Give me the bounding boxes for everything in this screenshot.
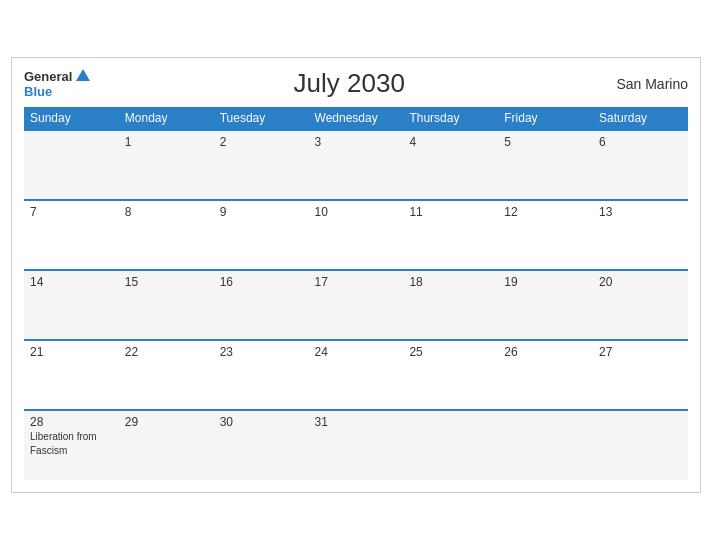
calendar-day-cell	[498, 410, 593, 480]
day-number: 23	[220, 345, 303, 359]
calendar-day-cell: 31	[309, 410, 404, 480]
header-monday: Monday	[119, 107, 214, 130]
header-friday: Friday	[498, 107, 593, 130]
calendar-container: General Blue July 2030 San Marino Sunday…	[11, 57, 701, 493]
calendar-week-row: 14151617181920	[24, 270, 688, 340]
day-number: 2	[220, 135, 303, 149]
calendar-day-cell: 26	[498, 340, 593, 410]
day-number: 6	[599, 135, 682, 149]
calendar-location: San Marino	[608, 76, 688, 92]
calendar-day-cell: 8	[119, 200, 214, 270]
day-number: 8	[125, 205, 208, 219]
day-number: 22	[125, 345, 208, 359]
header-tuesday: Tuesday	[214, 107, 309, 130]
calendar-day-cell: 7	[24, 200, 119, 270]
day-number: 5	[504, 135, 587, 149]
header-wednesday: Wednesday	[309, 107, 404, 130]
logo-blue-text: Blue	[24, 84, 52, 99]
header-saturday: Saturday	[593, 107, 688, 130]
day-number: 10	[315, 205, 398, 219]
day-number: 13	[599, 205, 682, 219]
calendar-day-cell: 10	[309, 200, 404, 270]
calendar-day-cell: 27	[593, 340, 688, 410]
calendar-week-row: 123456	[24, 130, 688, 200]
calendar-day-cell: 3	[309, 130, 404, 200]
day-number: 7	[30, 205, 113, 219]
calendar-day-cell: 9	[214, 200, 309, 270]
calendar-day-cell: 20	[593, 270, 688, 340]
day-event: Liberation from Fascism	[30, 431, 97, 456]
calendar-day-cell: 24	[309, 340, 404, 410]
calendar-week-row: 21222324252627	[24, 340, 688, 410]
calendar-day-cell: 13	[593, 200, 688, 270]
day-number: 12	[504, 205, 587, 219]
calendar-day-cell: 29	[119, 410, 214, 480]
day-number: 14	[30, 275, 113, 289]
day-number: 1	[125, 135, 208, 149]
day-number: 29	[125, 415, 208, 429]
calendar-day-cell	[593, 410, 688, 480]
calendar-day-cell: 30	[214, 410, 309, 480]
day-number: 18	[409, 275, 492, 289]
calendar-day-cell: 1	[119, 130, 214, 200]
calendar-day-cell: 16	[214, 270, 309, 340]
day-number: 30	[220, 415, 303, 429]
day-number: 19	[504, 275, 587, 289]
logo-triangle-icon	[76, 69, 90, 81]
calendar-day-cell: 17	[309, 270, 404, 340]
calendar-day-cell: 11	[403, 200, 498, 270]
calendar-header: General Blue July 2030 San Marino	[24, 68, 688, 99]
day-number: 31	[315, 415, 398, 429]
calendar-day-cell: 22	[119, 340, 214, 410]
calendar-day-cell: 14	[24, 270, 119, 340]
day-number: 16	[220, 275, 303, 289]
day-number: 17	[315, 275, 398, 289]
calendar-day-cell: 4	[403, 130, 498, 200]
day-number: 9	[220, 205, 303, 219]
calendar-day-cell: 15	[119, 270, 214, 340]
day-number: 20	[599, 275, 682, 289]
day-number: 4	[409, 135, 492, 149]
day-number: 27	[599, 345, 682, 359]
weekday-header-row: Sunday Monday Tuesday Wednesday Thursday…	[24, 107, 688, 130]
calendar-day-cell: 12	[498, 200, 593, 270]
day-number: 3	[315, 135, 398, 149]
calendar-title: July 2030	[294, 68, 405, 99]
logo-general-text: General	[24, 69, 72, 84]
calendar-day-cell: 2	[214, 130, 309, 200]
calendar-day-cell: 6	[593, 130, 688, 200]
header-thursday: Thursday	[403, 107, 498, 130]
calendar-day-cell	[403, 410, 498, 480]
calendar-week-row: 28Liberation from Fascism293031	[24, 410, 688, 480]
calendar-week-row: 78910111213	[24, 200, 688, 270]
calendar-day-cell: 5	[498, 130, 593, 200]
day-number: 25	[409, 345, 492, 359]
calendar-day-cell: 21	[24, 340, 119, 410]
day-number: 24	[315, 345, 398, 359]
logo: General Blue	[24, 69, 90, 99]
calendar-day-cell: 23	[214, 340, 309, 410]
day-number: 21	[30, 345, 113, 359]
day-number: 28	[30, 415, 113, 429]
day-number: 11	[409, 205, 492, 219]
calendar-day-cell: 19	[498, 270, 593, 340]
calendar-day-cell: 25	[403, 340, 498, 410]
calendar-day-cell: 28Liberation from Fascism	[24, 410, 119, 480]
header-sunday: Sunday	[24, 107, 119, 130]
day-number: 26	[504, 345, 587, 359]
calendar-table: Sunday Monday Tuesday Wednesday Thursday…	[24, 107, 688, 480]
day-number: 15	[125, 275, 208, 289]
calendar-day-cell	[24, 130, 119, 200]
calendar-day-cell: 18	[403, 270, 498, 340]
